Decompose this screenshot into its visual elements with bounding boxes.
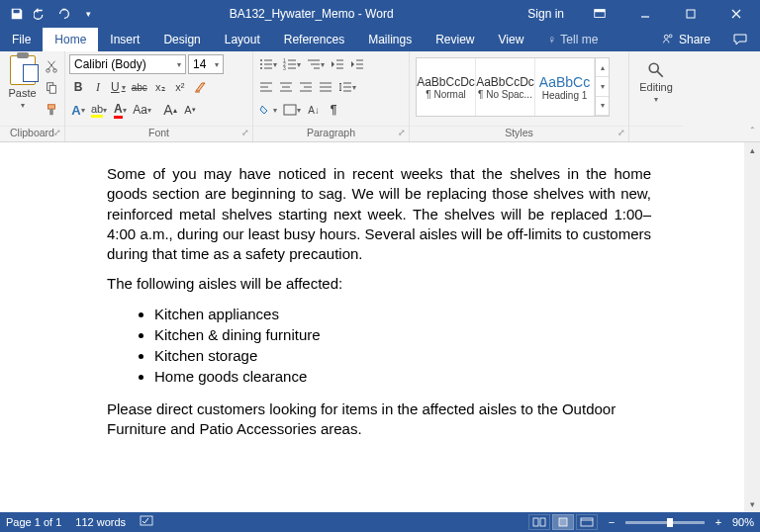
minimize-button[interactable]: [625, 0, 665, 28]
show-hide-icon[interactable]: ¶: [325, 100, 342, 120]
share-button[interactable]: Share: [651, 32, 720, 48]
scroll-down-icon[interactable]: ▾: [744, 496, 760, 512]
tab-insert[interactable]: Insert: [98, 28, 151, 51]
align-center-icon[interactable]: [277, 77, 295, 97]
sign-in-link[interactable]: Sign in: [518, 7, 574, 21]
list-item[interactable]: Kitchen appliances: [154, 305, 651, 324]
editing-label: Editing: [639, 81, 673, 93]
close-button[interactable]: [716, 0, 756, 28]
view-buttons: [528, 514, 598, 530]
paragraph-launcher-icon[interactable]: ⤢: [398, 128, 406, 137]
shading-icon[interactable]: ▾: [257, 100, 279, 120]
underline-button[interactable]: U▾: [109, 77, 128, 97]
word-count[interactable]: 112 words: [75, 516, 126, 528]
font-color-icon[interactable]: A▾: [111, 100, 129, 120]
zoom-slider[interactable]: [625, 521, 705, 524]
undo-icon[interactable]: [30, 3, 51, 25]
bullet-list[interactable]: Kitchen appliances Kitchen & dining furn…: [154, 305, 651, 388]
qat-customize-icon[interactable]: ▾: [77, 3, 99, 25]
bold-button[interactable]: B: [69, 77, 87, 97]
paste-button[interactable]: Paste ▾: [4, 54, 41, 110]
justify-icon[interactable]: [317, 77, 334, 97]
body-paragraph[interactable]: Please direct customers looking for item…: [107, 399, 651, 440]
multilevel-list-icon[interactable]: ▾: [305, 54, 327, 74]
list-item[interactable]: Kitchen & dining furniture: [154, 325, 651, 345]
group-paragraph: ▾ 123▾ ▾ ▾ ▾ ▾ A↓ ¶ Paragraph⤢: [253, 51, 410, 141]
share-icon: [661, 32, 675, 48]
font-launcher-icon[interactable]: ⤢: [241, 128, 249, 137]
decrease-indent-icon[interactable]: [329, 54, 346, 74]
bullets-icon[interactable]: ▾: [257, 54, 279, 74]
styles-gallery-more[interactable]: ▴▾▾: [595, 58, 609, 116]
tab-mailings[interactable]: Mailings: [356, 28, 424, 51]
zoom-thumb[interactable]: [667, 518, 673, 527]
redo-icon[interactable]: [53, 3, 75, 25]
maximize-button[interactable]: [671, 0, 711, 28]
save-icon[interactable]: [6, 3, 28, 25]
style-no-spacing[interactable]: AaBbCcDc ¶ No Spac...: [476, 58, 535, 116]
clipboard-launcher-icon[interactable]: ⤢: [53, 128, 61, 137]
numbering-icon[interactable]: 123▾: [281, 54, 303, 74]
style-heading1[interactable]: AaBbCc Heading 1: [535, 58, 595, 116]
page-indicator[interactable]: Page 1 of 1: [6, 516, 61, 528]
zoom-level[interactable]: 90%: [732, 516, 754, 528]
align-right-icon[interactable]: [297, 77, 315, 97]
copy-icon[interactable]: [43, 78, 60, 98]
ribbon-tabs: File Home Insert Design Layout Reference…: [0, 28, 760, 51]
clear-formatting-icon[interactable]: [191, 77, 209, 97]
cut-icon[interactable]: [43, 56, 60, 76]
font-size-combo[interactable]: 14▾: [188, 54, 224, 74]
borders-icon[interactable]: ▾: [281, 100, 303, 120]
highlight-icon[interactable]: ab▾: [89, 100, 109, 120]
align-left-icon[interactable]: [257, 77, 275, 97]
scroll-up-icon[interactable]: ▴: [744, 142, 760, 158]
spellcheck-icon[interactable]: [140, 515, 155, 529]
svg-rect-52: [533, 518, 538, 526]
document-area[interactable]: Some of you may have noticed in recent w…: [0, 142, 760, 512]
page-content[interactable]: Some of you may have noticed in recent w…: [0, 142, 760, 469]
line-spacing-icon[interactable]: ▾: [336, 77, 358, 97]
style-normal[interactable]: AaBbCcDc ¶ Normal: [417, 58, 476, 116]
web-layout-icon[interactable]: [576, 514, 598, 530]
tab-design[interactable]: Design: [151, 28, 212, 51]
ribbon-display-icon[interactable]: [580, 0, 619, 28]
body-paragraph[interactable]: The following aisles will be affected:: [107, 274, 651, 294]
editing-button[interactable]: Editing ▾: [633, 54, 679, 110]
sort-icon[interactable]: A↓: [305, 100, 323, 120]
styles-launcher-icon[interactable]: ⤢: [618, 128, 625, 137]
list-item[interactable]: Kitchen storage: [154, 346, 651, 366]
statusbar: Page 1 of 1 112 words − + 90%: [0, 512, 760, 532]
tab-references[interactable]: References: [272, 28, 356, 51]
svg-point-5: [669, 34, 672, 37]
tab-file[interactable]: File: [0, 28, 43, 51]
superscript-button[interactable]: x²: [171, 77, 189, 97]
zoom-in-button[interactable]: +: [712, 516, 724, 528]
comments-icon[interactable]: [720, 26, 760, 53]
body-paragraph[interactable]: Some of you may have noticed in recent w…: [107, 164, 651, 264]
read-mode-icon[interactable]: [528, 514, 550, 530]
text-effects-icon[interactable]: A▾: [69, 100, 87, 120]
zoom-out-button[interactable]: −: [606, 516, 618, 528]
grow-font-button[interactable]: A▴: [161, 100, 179, 120]
svg-rect-1: [595, 10, 606, 13]
tab-home[interactable]: Home: [43, 28, 98, 51]
format-painter-icon[interactable]: [43, 100, 60, 120]
svg-point-12: [260, 59, 262, 61]
tab-review[interactable]: Review: [424, 28, 486, 51]
increase-indent-icon[interactable]: [348, 54, 366, 74]
shrink-font-button[interactable]: A▾: [181, 100, 199, 120]
italic-button[interactable]: I: [89, 77, 107, 97]
tab-view[interactable]: View: [487, 28, 536, 51]
tell-me-search[interactable]: ♀ Tell me: [535, 28, 610, 51]
change-case-button[interactable]: Aa▾: [131, 100, 153, 120]
vertical-scrollbar[interactable]: ▴ ▾: [744, 142, 760, 512]
tab-layout[interactable]: Layout: [213, 28, 272, 51]
print-layout-icon[interactable]: [552, 514, 574, 530]
list-item[interactable]: Home goods clearance: [154, 367, 651, 387]
styles-gallery[interactable]: AaBbCcDc ¶ Normal AaBbCcDc ¶ No Spac... …: [416, 57, 610, 117]
font-name-combo[interactable]: Calibri (Body)▾: [69, 54, 186, 74]
strikethrough-button[interactable]: abc: [130, 77, 149, 97]
collapse-ribbon-icon[interactable]: ˆ: [751, 127, 754, 137]
style-name: ¶ Normal: [426, 89, 465, 100]
subscript-button[interactable]: x₂: [151, 77, 169, 97]
